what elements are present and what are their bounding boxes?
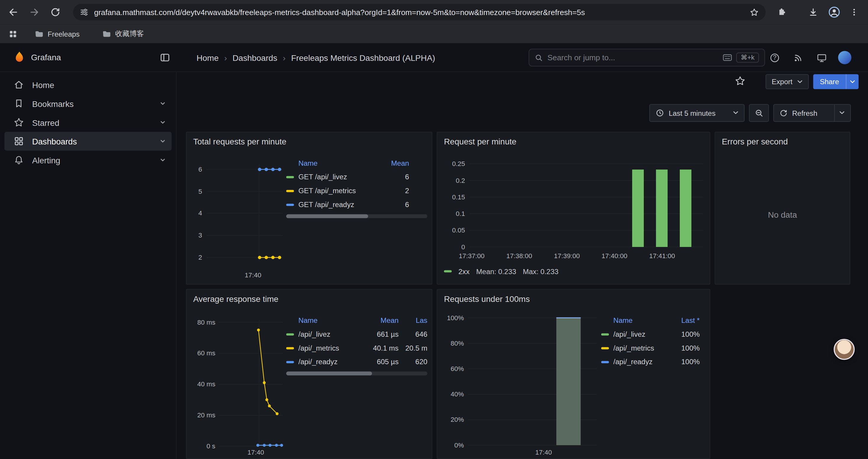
svg-text:0: 0 [461,243,465,251]
legend-row: GET /api/_metrics 2 [286,184,409,198]
reload-icon[interactable] [47,4,64,21]
sidebar-item-label: Home [32,80,54,90]
time-range-picker[interactable]: Last 5 minutes [649,104,745,122]
browser-menu-icon[interactable] [846,4,862,21]
panel-title[interactable]: Errors per second [722,137,788,146]
bookmark-star-icon[interactable] [749,7,759,17]
dashboards-grid-icon [13,136,24,146]
chevron-down-icon[interactable] [159,157,166,163]
sidebar-item-label: Dashboards [32,136,77,146]
bookmark-freeleaps[interactable]: Freeleaps [31,27,83,40]
panel-avg-response-time: Average response time 80 ms60 ms40 ms20 … [186,289,433,459]
bell-icon [13,155,24,165]
series-color-dash [286,190,294,192]
site-settings-icon[interactable] [80,8,89,17]
back-icon[interactable] [5,4,22,21]
news-rss-icon[interactable] [790,50,805,65]
panel-errors-per-second: Errors per second No data [715,132,850,285]
breadcrumb-home[interactable]: Home [196,53,219,62]
bookmark-label: 收藏博客 [115,29,144,39]
sidebar-item-bookmarks[interactable]: Bookmarks [4,94,172,113]
time-range-label: Last 5 minutes [669,109,715,117]
svg-text:17:39:00: 17:39:00 [554,252,580,260]
share-label[interactable]: Share [813,74,845,89]
extensions-icon[interactable] [773,4,789,21]
profile-icon[interactable] [826,4,843,21]
address-bar[interactable]: grafana.mathmast.com/d/deytv4rwavabkb/fr… [73,4,766,21]
sidebar-toggle-icon[interactable] [159,52,170,63]
series-name[interactable]: 2xx [458,267,469,275]
sidebar-item-home[interactable]: Home [4,75,172,94]
legend-row: /api/_livez 100% [601,327,700,341]
bookmarks-bar: Freeleaps 收藏博客 [0,24,868,43]
chevron-down-icon[interactable] [159,119,166,126]
keyboard-icon [723,54,732,61]
legend-table: Name Last * /api/_livez 100% /api/_metri… [601,313,700,369]
grafana-wordmark[interactable]: Grafana [31,53,61,62]
share-button[interactable]: Share [813,74,858,89]
breadcrumb-dashboards[interactable]: Dashboards [232,53,277,62]
bookmark-icon [13,98,24,109]
svg-text:0.05: 0.05 [452,227,465,234]
svg-text:0%: 0% [454,441,464,449]
sidebar-item-label: Bookmarks [32,99,74,108]
legend-table: Name Mean GET /api/_livez 6 GET /api/_me… [286,156,409,211]
search-icon [535,54,543,62]
favorite-star-icon[interactable] [735,75,745,86]
legend-col-name[interactable]: Name [299,316,364,324]
svg-text:4: 4 [198,209,202,217]
chevron-down-icon[interactable] [159,100,166,107]
panel-total-requests: Total requests per minute 6543217:40 Nam… [186,132,433,285]
grafana-app: Grafana Home › Dashboards › Freeleaps Me… [0,43,868,459]
breadcrumb-separator: › [224,53,227,62]
grafana-logo-icon[interactable] [12,51,27,65]
legend-row: /api/_readyz 605 µs 620 [286,355,428,369]
home-icon [13,79,24,90]
breadcrumb-separator: › [283,53,285,62]
sidebar-item-alerting[interactable]: Alerting [4,151,172,169]
legend-col-mean[interactable]: Mean [378,159,409,167]
export-button[interactable]: Export [766,74,808,89]
legend-col-name[interactable]: Name [299,159,378,167]
zoom-out-button[interactable] [749,104,769,122]
series-color-dash [286,347,294,349]
refresh-button[interactable]: Refresh [773,104,851,122]
user-avatar[interactable] [838,51,851,64]
svg-text:3: 3 [198,232,202,239]
svg-text:20%: 20% [451,416,464,423]
legend-row: /api/_livez 661 µs 646 [286,327,428,341]
refresh-interval-caret[interactable] [834,104,845,121]
bookmark-blogs[interactable]: 收藏博客 [99,27,148,40]
legend-scrollbar[interactable] [286,371,428,375]
sidebar-item-starred[interactable]: Starred [4,113,172,132]
search-box[interactable]: ⌘+k [529,49,765,66]
svg-text:60 ms: 60 ms [197,350,215,357]
help-icon[interactable]: ? [767,50,782,65]
legend-col-last[interactable]: Las [399,316,427,324]
assistant-avatar[interactable] [834,339,855,360]
legend-row: GET /api/_livez 6 [286,170,409,184]
legend-col-last[interactable]: Last * [669,316,700,324]
search-input[interactable] [548,53,718,62]
svg-text:17:40:00: 17:40:00 [601,252,627,260]
downloads-icon[interactable] [805,4,821,21]
monitor-icon[interactable] [814,50,829,65]
no-data-message: No data [715,210,850,219]
series-color-dash [601,347,609,349]
search-shortcut-badge: ⌘+k [736,53,759,63]
svg-text:17:40: 17:40 [245,271,261,279]
sidebar-item-dashboards[interactable]: Dashboards [4,132,172,151]
forward-icon[interactable] [26,4,42,21]
legend-mean: Mean: 0.233 [476,267,516,275]
chevron-down-icon[interactable] [159,138,166,144]
legend-col-mean[interactable]: Mean [364,316,399,324]
apps-grid-icon[interactable] [4,25,21,42]
legend-scrollbar[interactable] [286,214,428,218]
svg-text:?: ? [773,54,776,61]
legend-col-name[interactable]: Name [613,316,669,324]
svg-text:5: 5 [198,188,202,195]
legend-row: /api/_metrics 100% [601,341,700,355]
svg-text:80 ms: 80 ms [197,319,215,326]
nav-sidebar: Home Bookmarks Starred Dashboards Alerti… [0,72,177,459]
share-menu-caret[interactable] [845,74,858,89]
